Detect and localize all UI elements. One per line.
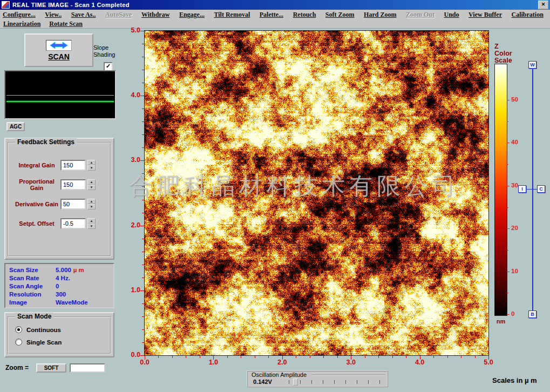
value-spinner: ▲▼ [87,199,96,209]
scan-mode-option-continuous[interactable]: Continuous [15,326,110,333]
feedback-settings-group: Feedback Settings Integral Gain150▲▼Prop… [8,142,111,256]
scan-mode-group: Scan Mode ContinuousSingle Scan [8,316,111,354]
color-scale-marker-c[interactable]: C [537,185,545,193]
zoom-soft-button[interactable]: SOFT [36,363,66,373]
menu-item-retouch[interactable]: Retouch [293,11,316,19]
scan-mode-option-label: Single Scan [26,339,62,346]
zoom-value-field[interactable] [70,363,105,373]
value-spinner: ▲▼ [87,218,96,229]
scan-info-label: Image [9,299,56,306]
y-axis-tick-label: 2.0 [124,221,140,229]
color-scale-marker-b[interactable]: B [528,310,537,318]
slider-thumb[interactable] [293,379,298,386]
afm-scan-image[interactable] [145,31,488,355]
menu-item-view[interactable]: View.. [45,11,62,19]
scan-mode-option-label: Continuous [26,327,61,333]
scan-info-value: 4 Hz. [56,275,70,281]
x-axis-tick [296,356,296,358]
color-scale-tick-label: 20 [511,225,518,231]
y-axis-tick [140,355,144,356]
y-axis-tick [142,83,144,83]
color-scale-tick-label: 30 [511,182,518,188]
menu-item-configure[interactable]: Configure... [3,11,36,19]
radio-button[interactable] [15,339,22,346]
feedback-row-integral-gain: Integral Gain150▲▼ [13,159,108,171]
x-axis-tick-label: 5.0 [482,359,495,366]
y-axis-tick [142,57,144,57]
slider-track [289,380,383,384]
spinner-down-button[interactable]: ▼ [87,224,96,229]
app-icon [2,1,10,9]
feedback-label: Proportional Gain [13,178,60,191]
color-scale-minor-tick [507,250,508,251]
feedback-row-setpt-offset: Setpt. Offset-0.5▲▼ [13,218,108,229]
color-scale-minor-tick [507,293,508,293]
spinner-down-button[interactable]: ▼ [87,204,96,209]
menu-item-tilt-removal[interactable]: Tilt Removal [214,11,250,19]
x-axis-tick-label: 0.0 [138,359,151,366]
x-axis-tick [365,356,365,358]
scan-info-label: Scan Rate [9,275,56,281]
scan-info-value: 300 [56,291,66,298]
close-button[interactable]: ✕ [538,1,548,9]
color-scale-marker-line [532,66,533,315]
y-axis-tick-label: 5.0 [124,26,140,34]
spinner-down-button[interactable]: ▼ [87,185,96,190]
title-bar: REAL TIME IMAGE - Scan 1 Completed ✕ [0,0,550,10]
agc-button[interactable]: AGC [6,122,25,131]
menu-item-undo[interactable]: Undo [444,11,459,19]
scan-info-unit: µ m [73,267,84,273]
y-axis-tick [142,173,144,174]
color-scale-minor-tick [507,207,508,208]
menu-item-calibration[interactable]: Calibration [512,11,544,19]
spinner-up-button[interactable]: ▲ [87,160,96,165]
scope-signal-line [6,101,114,102]
menu-item-withdraw[interactable]: Withdraw [141,11,169,19]
x-axis-tick [323,356,324,358]
menu-item-soft-zoom[interactable]: Soft Zoom [325,11,355,19]
y-axis-tick [142,121,144,122]
color-scale-marker-i[interactable]: I [518,185,526,193]
spinner-up-button[interactable]: ▲ [87,199,96,204]
feedback-value-input[interactable]: 150 [60,179,86,190]
menu-item-rotate-scan[interactable]: Rotate Scan [49,20,83,28]
x-axis-tick-label: 2.0 [276,359,289,366]
window-title: REAL TIME IMAGE - Scan 1 Completed [12,2,130,8]
oscillation-divider [311,375,385,375]
color-scale-marker-w[interactable]: W [528,61,537,69]
spinner-up-button[interactable]: ▲ [87,179,96,185]
y-axis-tick [142,70,144,70]
color-scale-tick [507,228,510,229]
spinner-up-button[interactable]: ▲ [87,218,96,224]
menu-item-linearization[interactable]: Linearization [3,20,40,28]
menu-item-zoom-out: Zoom Out [406,11,434,19]
y-axis-tick [142,329,144,330]
y-axis-tick [142,109,144,109]
x-axis-tick [268,356,269,358]
scan-mode-option-single-scan[interactable]: Single Scan [15,339,110,346]
radio-button[interactable] [15,326,22,333]
menu-item-view-buffer[interactable]: View Buffer [468,11,502,19]
scan-button[interactable]: SCAN [24,33,93,67]
oscillation-amplitude-slider[interactable] [289,379,383,386]
x-axis-tick [461,356,461,358]
menu-item-save-as[interactable]: Save As.. [71,11,96,19]
x-axis-tick [145,356,145,360]
menu-item-palette[interactable]: Palette... [260,11,283,19]
menu-item-hard-zoom[interactable]: Hard Zoom [364,11,396,19]
color-scale-tick-label: 0 [511,310,514,317]
scan-info-label: Resolution [9,291,56,298]
feedback-value-input[interactable]: -0.5 [60,218,86,229]
color-scale-tick-label: 50 [511,96,518,103]
value-spinner: ▲▼ [87,160,96,171]
zoom-row: Zoom = SOFT [5,363,105,373]
feedback-value-input[interactable]: 150 [60,160,86,171]
color-scale-tick [507,272,510,272]
spinner-down-button[interactable]: ▼ [87,165,96,171]
feedback-value-input[interactable]: 50 [60,199,86,209]
menu-item-engage[interactable]: Engage... [179,11,205,19]
y-axis-tick [142,239,144,239]
color-scale-unit: nm [495,318,507,325]
scales-unit-label: Scales in µ m [492,376,537,384]
x-axis-tick [227,356,228,358]
